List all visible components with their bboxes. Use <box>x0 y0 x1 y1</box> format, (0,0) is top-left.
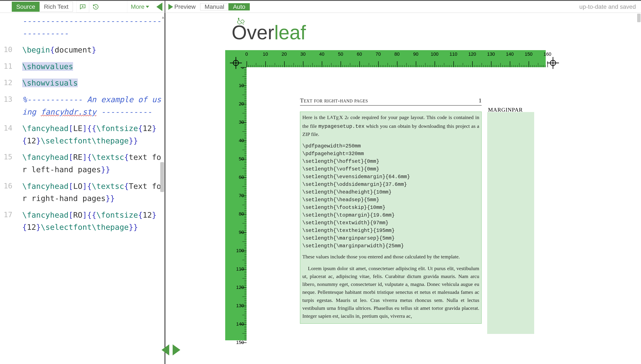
left-toolbar: Source Rich Text More <box>0 1 165 12</box>
ruler-container: 0102030405060708090100110120130140150 01… <box>225 50 546 340</box>
code-line[interactable]: %------------ An example of using fancyh… <box>19 91 164 120</box>
page-area: Text for right-hand pages 1 MARGINPAR He… <box>247 67 544 340</box>
preview-play-icon[interactable] <box>168 4 173 10</box>
save-status: up-to-date and saved <box>574 1 641 12</box>
marginpar-box <box>487 112 534 334</box>
more-button[interactable]: More <box>127 1 153 12</box>
code-line[interactable]: \begin{document} <box>19 42 164 58</box>
ruler-h-label: 20 <box>282 52 287 57</box>
comment-icon[interactable] <box>76 1 89 12</box>
code-line[interactable]: \fancyhead[RO]{{\fontsize{12}{12}\select… <box>19 207 164 236</box>
ruler-h-label: 40 <box>319 52 324 57</box>
doc-header-pagenum: 1 <box>479 97 482 104</box>
text-body: Here is the LATEX 2ε code required for y… <box>300 112 482 324</box>
app-root: Source Rich Text More Preview Ma <box>0 0 641 364</box>
para-explain: These values include those you entered a… <box>302 253 479 261</box>
ruler-h-label: 140 <box>506 52 514 57</box>
ruler-h-label: 70 <box>376 52 381 57</box>
scroll-thumb[interactable] <box>160 162 164 192</box>
caret-down-icon <box>146 6 149 8</box>
line-number: 16 <box>0 178 19 207</box>
code-line[interactable]: \fancyhead[RE]{\textsc{text for left-han… <box>19 149 164 178</box>
overleaf-logo: 🙐 Overleaf <box>232 21 641 44</box>
preview-column: 🙐 Overleaf 01020304050607080901001101201… <box>165 13 641 364</box>
line-number: 15 <box>0 149 19 178</box>
ruler-h-label: 90 <box>413 52 418 57</box>
ruler-h-label: 110 <box>450 52 458 57</box>
manual-button[interactable]: Manual <box>200 3 229 10</box>
code-line[interactable]: ---------------------------------------- <box>19 13 164 42</box>
ruler-h-label: 0 <box>245 52 248 57</box>
toolbar-row: Source Rich Text More Preview Ma <box>0 1 641 13</box>
line-number: 13 <box>0 91 19 120</box>
collapse-editor-icon[interactable] <box>156 2 162 11</box>
code-line[interactable]: \showvisuals <box>19 75 164 91</box>
doc-header-title: Text for right-hand pages <box>300 97 368 104</box>
auto-button[interactable]: Auto <box>229 3 250 10</box>
ruler-h-label: 60 <box>357 52 362 57</box>
horizontal-ruler: 0102030405060708090100110120130140150160 <box>225 50 546 67</box>
line-number <box>0 13 19 42</box>
leaf-icon: 🙐 <box>236 16 246 26</box>
crop-mark-tl <box>231 58 241 68</box>
intro-para: Here is the LATEX 2ε code required for y… <box>302 114 479 138</box>
ruler-h-label: 150 <box>525 52 533 57</box>
latex-codeblock: \pdfpagewidth=250mm \pdfpageheight=320mm… <box>302 142 479 250</box>
line-number: 11 <box>0 58 19 75</box>
line-number: 17 <box>0 207 19 236</box>
ruler-h-label: 100 <box>431 52 439 57</box>
vertical-ruler: 0102030405060708090100110120130140150 <box>225 50 247 340</box>
editor-column: ▴ --------------------------------------… <box>0 13 165 364</box>
line-number: 10 <box>0 42 19 58</box>
ruler-h-label: 130 <box>487 52 495 57</box>
preview-canvas: 🙐 Overleaf 01020304050607080901001101201… <box>165 13 641 364</box>
editor-scrollbar[interactable] <box>160 26 164 364</box>
logo-leaf: leaf <box>274 22 306 43</box>
code-line[interactable]: \showvalues <box>19 58 164 75</box>
code-line[interactable]: \fancyhead[LE]{{\fontsize{12}{12}\select… <box>19 120 164 149</box>
ruler-h-label: 30 <box>300 52 306 57</box>
splitter-arrows <box>161 344 180 356</box>
richtext-tab[interactable]: Rich Text <box>40 2 73 12</box>
splitter-right-icon[interactable] <box>173 344 180 356</box>
code-editor[interactable]: ----------------------------------------… <box>0 13 164 364</box>
main-area: ▴ --------------------------------------… <box>0 13 641 364</box>
line-number: 14 <box>0 120 19 149</box>
more-label: More <box>131 4 144 10</box>
ruler-h-label: 160 <box>544 52 551 57</box>
ruler-h-label: 50 <box>338 52 343 57</box>
lorem-para: Lorem ipsum dolor sit amet, consectetuer… <box>302 264 479 320</box>
doc-header: Text for right-hand pages 1 <box>300 97 482 106</box>
splitter-left-icon[interactable] <box>161 344 169 356</box>
source-tab[interactable]: Source <box>12 2 40 12</box>
preview-label: Preview <box>174 4 196 10</box>
ruler-h-label: 120 <box>468 52 476 57</box>
history-icon[interactable] <box>89 1 102 12</box>
right-toolbar: Preview Manual Auto up-to-date and saved <box>165 1 641 12</box>
ruler-h-label: 80 <box>394 52 399 57</box>
ruler-h-label: 10 <box>263 52 268 57</box>
line-number: 12 <box>0 75 19 91</box>
code-line[interactable]: \fancyhead[LO]{\textsc{Text for right-ha… <box>19 178 164 207</box>
crop-mark-tr <box>548 58 558 68</box>
